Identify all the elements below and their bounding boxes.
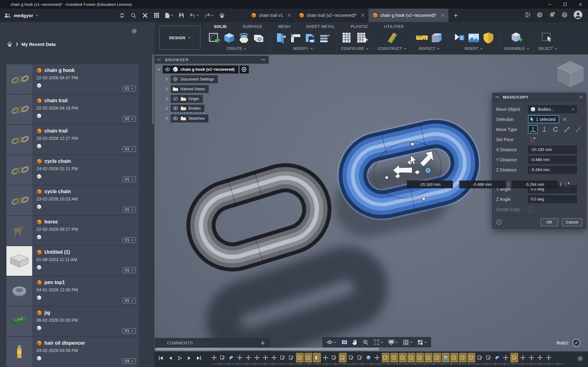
timeline-feature-32[interactable]: [476, 353, 484, 362]
timeline-feature-12-warning[interactable]: [305, 353, 312, 362]
timeline-scrubber[interactable]: [211, 364, 564, 364]
ribbon-group-label[interactable]: SELECT: [538, 47, 557, 51]
timeline-feature-13-warning[interactable]: [313, 353, 321, 362]
timeline-feature-21-warning[interactable]: [382, 353, 389, 362]
center-point-handle[interactable]: [426, 169, 430, 173]
timeline-feature-24-warning[interactable]: [408, 353, 415, 362]
dock-dialog-icon[interactable]: [579, 95, 583, 99]
version-selector[interactable]: V3: [123, 358, 136, 364]
timeline-feature-31-warning[interactable]: [468, 353, 475, 362]
timeline-feature-1[interactable]: [210, 353, 218, 362]
z-distance-input[interactable]: -5.264 mm: [528, 166, 577, 174]
ribbon-group-label[interactable]: INSERT: [465, 47, 483, 51]
extrude-button[interactable]: [222, 31, 236, 45]
timeline-feature-20[interactable]: [373, 353, 381, 362]
dialog-header[interactable]: MOVE/COPY: [492, 93, 586, 101]
browser-root-row[interactable]: chain g hook (v1~recovered): [155, 65, 269, 73]
grid-display-button[interactable]: [401, 337, 414, 347]
move-type-point-to-point-button[interactable]: [562, 125, 572, 134]
revolve-button[interactable]: [237, 31, 251, 45]
ribbon-tab-sheet-metal[interactable]: SHEET METAL: [298, 23, 343, 30]
manipulator-value-2[interactable]: -0.488 mm: [459, 181, 505, 188]
timeline-feature-23-warning[interactable]: [399, 353, 407, 362]
job-status-button[interactable]: [537, 12, 543, 19]
timeline-feature-39[interactable]: [536, 353, 544, 362]
sync-button[interactable]: [118, 11, 126, 20]
redo-button[interactable]: [203, 12, 215, 19]
user-menu[interactable]: medgyor: [4, 13, 41, 18]
extensions-button[interactable]: [524, 12, 531, 19]
appearance-icon[interactable]: [572, 339, 580, 347]
timeline-feature-27-warning[interactable]: [433, 353, 441, 362]
timeline-feature-26-warning[interactable]: [425, 353, 432, 362]
home-icon[interactable]: [7, 42, 13, 47]
shell-button[interactable]: [304, 31, 317, 45]
notifications-button[interactable]: [549, 12, 556, 19]
collapse-dialog-icon[interactable]: [495, 96, 499, 98]
timeline-feature-5[interactable]: [245, 353, 252, 362]
help-button[interactable]: ?: [561, 12, 568, 19]
timeline-feature-14[interactable]: [322, 353, 329, 362]
version-selector[interactable]: V2: [123, 116, 136, 122]
ribbon-tab-utilities[interactable]: UTILITIES: [376, 23, 412, 30]
insert-decal-button[interactable]: [482, 31, 495, 45]
timeline-feature-38[interactable]: [528, 353, 535, 362]
move-type-free-move-button[interactable]: [528, 125, 538, 134]
timeline-feature-15[interactable]: [330, 353, 338, 362]
pan-button[interactable]: [351, 337, 359, 347]
document-tab-2[interactable]: chain trail (v2~recovered)*: [295, 9, 369, 22]
file-new-button[interactable]: [164, 11, 174, 20]
chevron-right-icon[interactable]: [163, 97, 171, 100]
horizontal-scrollbar[interactable]: [155, 348, 379, 350]
data-item-10[interactable]: hair oil dispencer03-02-2026 03:59 PMV3: [6, 337, 139, 367]
minimize-panel-icon[interactable]: [261, 59, 265, 60]
data-item-3[interactable]: chain trail20-02-2026 12:27 PMV1: [6, 125, 139, 155]
version-selector[interactable]: V1: [123, 207, 136, 212]
overflow-menu-icon[interactable]: [508, 182, 509, 186]
orbit-button[interactable]: [325, 337, 338, 347]
data-item-6[interactable]: horse22-02-2026 09:27 PMV1: [6, 216, 139, 245]
pivot-icon[interactable]: [564, 182, 570, 188]
x-distance-input[interactable]: -20.183 mm: [528, 146, 577, 154]
close-button[interactable]: [573, 0, 588, 9]
timeline-feature-37[interactable]: [519, 353, 527, 362]
search-button[interactable]: [129, 11, 138, 20]
configure-insert-button[interactable]: [355, 31, 369, 45]
manipulator-value-1[interactable]: -20.183 mm: [407, 181, 453, 188]
create-sketch-button[interactable]: [208, 31, 221, 45]
browser-item-bodies[interactable]: Bodies: [155, 104, 269, 113]
view-cube[interactable]: [555, 59, 586, 89]
viewport-3d[interactable]: BROWSER chain g hook (v1~recovered) Docu…: [154, 54, 588, 351]
timeline-feature-33[interactable]: [485, 353, 492, 362]
version-selector[interactable]: V1: [123, 328, 136, 334]
new-tab-button[interactable]: [453, 13, 458, 18]
version-selector[interactable]: V1: [123, 237, 136, 243]
skip-start-button[interactable]: [157, 355, 164, 361]
overflow-menu-icon[interactable]: [456, 182, 457, 186]
timeline-feature-9[interactable]: [279, 353, 286, 362]
chevron-right-icon[interactable]: [163, 107, 171, 110]
comments-bar[interactable]: COMMENTS: [155, 338, 270, 348]
move-type-point-to-position-button[interactable]: [573, 125, 583, 134]
ribbon-group-label[interactable]: CREATE: [227, 47, 246, 51]
select-tool-button[interactable]: [541, 31, 554, 45]
ok-button[interactable]: OK: [541, 218, 558, 226]
version-selector[interactable]: V1: [123, 86, 136, 91]
ribbon-group-label[interactable]: CONSTRUCT: [378, 47, 406, 51]
move-object-dropdown[interactable]: Bodies...: [528, 105, 577, 113]
timeline-feature-3[interactable]: [227, 353, 235, 362]
document-tab-3[interactable]: chain g hook (v1~recovered)*: [368, 9, 448, 22]
fillet-button[interactable]: [289, 31, 302, 45]
overflow-menu-icon[interactable]: [560, 182, 561, 186]
chevron-down-icon[interactable]: [155, 68, 163, 71]
ribbon-group-label[interactable]: INSPECT: [419, 47, 440, 51]
construction-plane-button[interactable]: [385, 31, 399, 45]
step-forward-button[interactable]: [186, 355, 193, 361]
selection-field[interactable]: 1 selected: [528, 115, 559, 123]
step-back-button[interactable]: [167, 355, 174, 361]
timeline-feature-18[interactable]: [356, 353, 364, 362]
clear-selection-button[interactable]: [563, 118, 567, 121]
data-item-9[interactable]: jig06-02-2026 03:09 PMV1: [6, 307, 139, 336]
timeline-feature-40[interactable]: [545, 353, 552, 362]
breadcrumb-label[interactable]: My Recent Data: [21, 42, 56, 47]
